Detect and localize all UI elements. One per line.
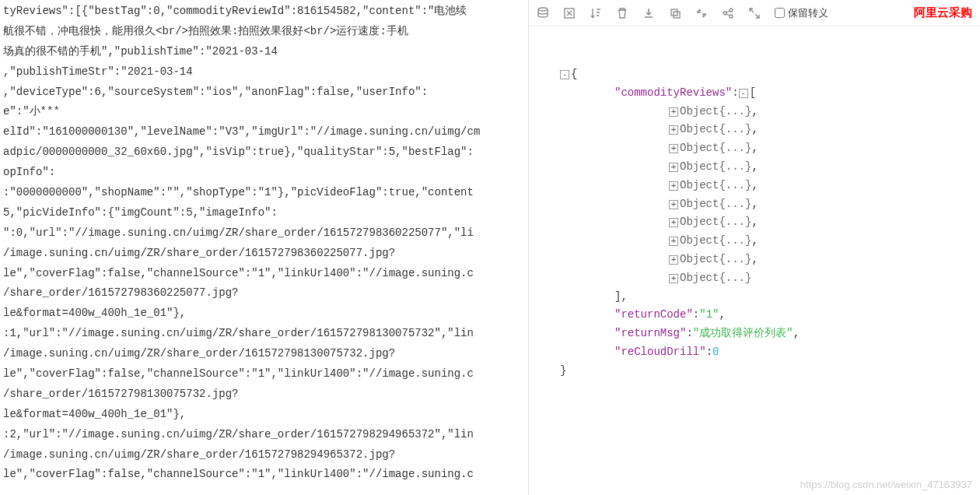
svg-point-4 (723, 12, 726, 15)
expand-toggle[interactable]: + (669, 107, 678, 117)
expand-toggle[interactable]: + (669, 274, 678, 283)
preserve-escape-checkbox[interactable]: 保留转义 (775, 6, 828, 20)
collapsed-object-row: +Object{...}, (560, 251, 972, 269)
collapsed-object-row: +Object{...} (560, 269, 972, 288)
preserve-escape-input[interactable] (775, 8, 785, 18)
collapsed-object-row: +Object{...}, (560, 195, 972, 214)
expand-toggle[interactable]: + (669, 181, 678, 191)
expand-toggle[interactable]: + (669, 218, 678, 227)
sort-icon[interactable] (590, 7, 602, 19)
formatted-json-panel: 保留转义 阿里云采购 -{ "commodityReviews":-[ +Obj… (529, 0, 980, 495)
expand-toggle[interactable]: + (669, 144, 678, 153)
json-toolbar: 保留转义 阿里云采购 (529, 0, 980, 26)
expand-toggle[interactable]: + (669, 237, 678, 246)
collapsed-object-row: +Object{...}, (560, 213, 972, 232)
copy-icon[interactable] (669, 7, 681, 19)
svg-point-5 (730, 9, 733, 12)
expand-toggle[interactable]: + (669, 125, 678, 135)
raw-json-panel: tyReviews":[{"bestTag":0,"commodityRevie… (0, 0, 529, 495)
svg-point-6 (730, 15, 733, 18)
collapsed-object-row: +Object{...}, (560, 177, 972, 195)
expand-toggle[interactable]: + (669, 255, 678, 265)
collapsed-object-row: +Object{...}, (560, 121, 972, 139)
collapsed-object-row: +Object{...}, (560, 103, 972, 121)
collapse-toggle[interactable]: - (560, 70, 569, 79)
svg-point-0 (538, 8, 548, 11)
svg-rect-2 (671, 9, 677, 16)
json-tree: -{ "commodityReviews":-[ +Object{...},+O… (529, 26, 980, 495)
expand-toggle[interactable]: + (669, 200, 678, 209)
database-icon[interactable] (537, 7, 549, 19)
expand-icon[interactable] (748, 7, 761, 19)
collapsed-object-row: +Object{...}, (560, 158, 972, 177)
collapse-toggle[interactable]: - (739, 89, 748, 98)
download-icon[interactable] (642, 7, 655, 19)
compress-icon[interactable] (695, 7, 708, 19)
share-icon[interactable] (722, 7, 734, 19)
preserve-escape-label: 保留转义 (788, 6, 828, 20)
cancel-icon[interactable] (563, 7, 576, 19)
collapsed-object-row: +Object{...}, (560, 232, 972, 251)
brand-link[interactable]: 阿里云采购 (914, 5, 972, 20)
expand-toggle[interactable]: + (669, 163, 678, 172)
trash-icon[interactable] (616, 7, 628, 19)
svg-rect-3 (674, 12, 680, 18)
collapsed-object-row: +Object{...}, (560, 139, 972, 158)
